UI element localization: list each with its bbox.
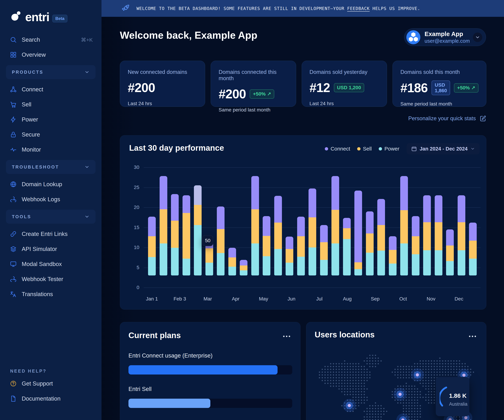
map-dot [378, 405, 379, 406]
chart-bar[interactable] [320, 225, 328, 276]
sidebar-item-modal-sandbox[interactable]: Modal Sandbox [6, 259, 96, 269]
date-range-selector[interactable]: Jan 2024 - Dec 2024 [407, 143, 480, 154]
chart-bar[interactable] [251, 176, 259, 276]
map-marker-middle-east[interactable] [394, 388, 407, 401]
map-dot [350, 366, 351, 367]
sidebar-search[interactable]: Search ⌘+K [6, 35, 96, 45]
map-dot [375, 419, 376, 420]
map-dot [450, 374, 452, 376]
map-dot [462, 366, 463, 367]
section-tools[interactable]: TOOLS [6, 210, 96, 224]
chart-bar[interactable] [274, 196, 282, 276]
chevron-down-icon[interactable] [473, 33, 482, 42]
sidebar-item-api-simulator[interactable]: API Simulator [6, 244, 96, 254]
map-dot [428, 360, 429, 361]
map-dot [375, 411, 376, 412]
map-marker-south-america[interactable] [396, 414, 409, 420]
section-troubleshoot[interactable]: TROUBLESHOOT [6, 160, 96, 174]
sidebar-item-documentation[interactable]: Documentation [6, 394, 96, 404]
chart-bar[interactable] [366, 211, 374, 276]
sidebar-item-sell[interactable]: Sell [6, 99, 96, 109]
map-dot [361, 369, 362, 370]
sidebar-item-webhook-logs[interactable]: Webhook Logs [6, 194, 96, 204]
section-products[interactable]: PRODUCTS [6, 65, 96, 79]
chart-bar[interactable] [458, 195, 465, 276]
map-dot [434, 380, 435, 381]
sidebar-item-domain-lookup[interactable]: Domain Lookup [6, 179, 96, 189]
map-dot [406, 400, 407, 401]
map-dot [408, 377, 410, 378]
map-marker-europe[interactable] [411, 368, 424, 381]
chart-bar[interactable] [183, 195, 190, 276]
map-dot [364, 388, 365, 390]
chart-bar[interactable] [469, 223, 477, 276]
chart-bar[interactable] [194, 185, 202, 276]
more-menu-button[interactable] [281, 334, 292, 339]
map-dot [347, 377, 348, 378]
map-dot [431, 385, 432, 387]
map-dot [442, 369, 443, 370]
sidebar-item-connect[interactable]: Connect [6, 84, 96, 95]
sidebar-item-webhook-tester[interactable]: Webhook Tester [6, 274, 96, 284]
map-dot [369, 405, 371, 406]
chart-bar[interactable] [331, 176, 339, 276]
page-title: Welcome back, Example App [120, 29, 258, 41]
map-dot [425, 372, 426, 373]
user-menu[interactable]: Example App user@example.com [404, 28, 486, 46]
chart-bar[interactable] [217, 206, 225, 276]
plan-label: Entri Secure usage (Premium) [128, 419, 292, 420]
chart-bar[interactable] [377, 199, 385, 276]
chart-bar[interactable] [148, 217, 156, 276]
chart-bar[interactable] [343, 218, 351, 276]
map-dot [422, 366, 424, 367]
feedback-link[interactable]: FEEDBACK [347, 6, 370, 11]
chart-bar[interactable] [160, 176, 167, 276]
chart-bar[interactable] [240, 260, 247, 276]
personalize-quick-stats-button[interactable]: Personalize your quick stats [120, 115, 486, 122]
chart-bar[interactable] [400, 176, 408, 276]
map-dot [428, 385, 429, 387]
map-dot [420, 408, 421, 409]
more-menu-button[interactable] [467, 334, 478, 339]
sidebar-item-power[interactable]: Power [6, 114, 96, 125]
chart-bar[interactable] [389, 236, 396, 276]
chart-bar[interactable] [423, 195, 431, 276]
chart-bar[interactable] [435, 195, 442, 276]
sidebar-item-secure[interactable]: Secure [6, 130, 96, 140]
sidebar-item-translations[interactable]: Translations [6, 289, 96, 299]
sidebar-item-monitor[interactable]: Monitor [6, 144, 96, 155]
map-dot [450, 360, 452, 361]
chart-bar[interactable] [297, 217, 305, 276]
map-marker-north-america[interactable] [343, 399, 356, 412]
help-nav: Get SupportDocumentation [6, 378, 96, 404]
chart-bar[interactable] [263, 216, 270, 276]
sidebar-item-label: Overview [22, 51, 46, 58]
chart-bar[interactable] [171, 194, 179, 276]
map-dot [361, 400, 362, 401]
map-dot [355, 408, 356, 409]
map-dot [428, 366, 429, 367]
map-dot [330, 366, 331, 367]
chart-bar[interactable] [286, 237, 293, 276]
map-dot [366, 377, 368, 378]
sidebar-item-create-entri-links[interactable]: Create Entri Links [6, 229, 96, 239]
badge-text: USD 1,860 [435, 82, 447, 93]
app-name: entri [25, 10, 49, 24]
badge-text: +50% [253, 91, 265, 97]
map-dot [417, 405, 418, 406]
map-tooltip-value: 1.86 K [449, 392, 467, 399]
chart-bar[interactable] [446, 229, 454, 276]
chart-bar[interactable] [228, 248, 236, 276]
chart-bar[interactable] [412, 216, 420, 276]
map-dot [355, 388, 356, 390]
map-dot [330, 383, 331, 384]
chart-bar[interactable] [309, 188, 316, 276]
map-dot [431, 374, 432, 376]
sidebar-item-get-support[interactable]: Get Support [6, 378, 96, 389]
sidebar-item-overview[interactable]: Overview [6, 50, 96, 60]
map-dot [434, 388, 435, 390]
map-dot [366, 414, 368, 415]
beta-badge: Beta [52, 15, 67, 22]
map-dot [445, 360, 446, 361]
chart-bar[interactable] [354, 191, 362, 276]
